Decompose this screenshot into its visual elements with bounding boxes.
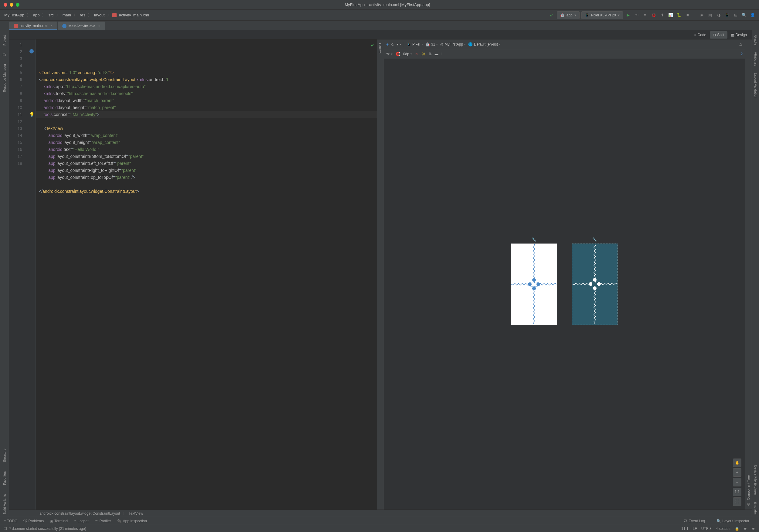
api-picker[interactable]: 🤖 31▾ (425, 42, 438, 47)
align-icon[interactable]: ▬ (435, 52, 438, 56)
sidebar-gradle[interactable]: Gradle (754, 33, 757, 47)
crumb[interactable]: res (79, 12, 87, 18)
class-marker-icon[interactable] (29, 49, 34, 54)
bottom-crumb-item[interactable]: androidx.constraintlayout.widget.Constra… (39, 512, 120, 515)
locale-picker[interactable]: 🌐 Default (en-us)▾ (468, 42, 500, 47)
apply-changes-icon[interactable]: ⟲ (633, 12, 640, 19)
status-icon[interactable]: ☐ (4, 526, 7, 531)
sidebar-emulator[interactable]: Emulator (754, 500, 757, 517)
pan-button[interactable]: ✋ (733, 459, 741, 467)
close-tab-icon[interactable]: × (50, 24, 53, 28)
device-manager-icon[interactable]: 📱 (724, 12, 731, 19)
zoom-in-button[interactable]: + (733, 468, 741, 477)
inspection-ok-icon[interactable]: ✔ (371, 42, 374, 49)
view-options-icon[interactable]: 👁▾ (386, 52, 392, 56)
view-mode-split[interactable]: ⊟ Split (710, 31, 727, 39)
crumb[interactable]: main (61, 12, 72, 18)
resource-manager-icon[interactable]: ◑ (715, 12, 722, 19)
user-icon[interactable]: 👤 (749, 12, 756, 19)
orientation-icon[interactable]: ◇ (391, 42, 394, 47)
infer-constraints-icon[interactable]: ✨ (421, 52, 426, 56)
coverage-icon[interactable]: ⬆ (659, 12, 665, 19)
component-tree-label: Component Tree (746, 475, 750, 500)
profiler-icon[interactable]: 📊 (667, 12, 674, 19)
design-surface-icon[interactable]: ◈ (386, 42, 389, 47)
layout-inspector-icon[interactable]: ⊞ (732, 12, 739, 19)
memory-icon[interactable]: ☻ (743, 526, 747, 531)
view-mode-design[interactable]: ▦ Design (728, 31, 750, 39)
sidebar-resource-manager[interactable]: Resource Manager (3, 61, 6, 95)
zoom-fit-button[interactable]: ⛶ (733, 497, 741, 506)
crumb[interactable]: layout (93, 12, 106, 18)
sidebar-attributes[interactable]: Attributes (754, 50, 757, 68)
zoom-11-button[interactable]: 1:1 (733, 488, 741, 496)
crumb[interactable]: activity_main.xml (118, 12, 150, 18)
design-surface[interactable]: 🔧 (384, 59, 745, 510)
night-mode-icon[interactable]: ●▾ (396, 42, 401, 47)
run-button[interactable]: ▶ (625, 12, 631, 19)
sidebar-structure[interactable]: Structure (3, 446, 6, 465)
warnings-icon[interactable]: ⚠ (739, 42, 742, 47)
pack-icon[interactable]: I (441, 52, 442, 56)
search-icon[interactable]: 🔍 (741, 12, 747, 19)
sdk-manager-icon[interactable]: ▤ (707, 12, 713, 19)
cursor-position[interactable]: 11:1 (681, 526, 688, 531)
status-bar: ☐ * daemon started successfully (21 minu… (0, 525, 759, 532)
guidelines-icon[interactable]: ⇅ (429, 52, 432, 56)
line-separator[interactable]: LF (693, 526, 697, 531)
run-config-selector[interactable]: 🤖app▾ (557, 11, 579, 19)
device-picker[interactable]: 📱 Pixel▾ (407, 42, 423, 47)
palette-strip[interactable]: Palette (377, 39, 383, 510)
tool-problems[interactable]: ⓘ Problems (23, 518, 44, 523)
debug-icon[interactable]: 🐞 (650, 12, 657, 19)
folder-icon[interactable]: 🗀 (2, 52, 7, 57)
tab-main-activity[interactable]: MainActivity.java × (58, 21, 105, 30)
tool-app-inspection[interactable]: 🔌 App Inspection (117, 519, 147, 523)
zoom-out-button[interactable]: − (733, 478, 741, 486)
tool-terminal[interactable]: ▣ Terminal (50, 519, 68, 523)
tool-profiler[interactable]: 〰 Profiler (95, 519, 111, 523)
avd-manager-icon[interactable]: ▣ (698, 12, 705, 19)
tab-activity-main[interactable]: activity_main.xml × (9, 21, 57, 30)
indent-settings[interactable]: 4 spaces (716, 526, 731, 531)
tool-logcat[interactable]: ≡ Logcat (74, 519, 89, 523)
theme-picker[interactable]: ◎ MyFirstApp▾ (440, 42, 466, 47)
sidebar-layout-validation[interactable]: Layout Validation (754, 71, 757, 100)
crumb[interactable]: src (47, 12, 55, 18)
bottom-crumb-item[interactable]: TextView (129, 512, 143, 515)
maximize-window[interactable] (16, 3, 20, 7)
tool-todo[interactable]: ≡ TODO (4, 519, 17, 523)
close-window[interactable] (4, 3, 7, 7)
close-tab-icon[interactable]: × (99, 24, 100, 28)
view-mode-code[interactable]: ≡ Code (691, 31, 709, 39)
tools-wrench-icon[interactable]: 🔧 (592, 237, 597, 242)
crumb[interactable]: app (32, 12, 41, 18)
magnet-icon[interactable]: 🧲 (396, 52, 400, 56)
readonly-icon[interactable]: 🔒 (735, 526, 739, 531)
device-selector[interactable]: 📱Pixel XL API 29▾ (581, 11, 623, 19)
sidebar-project[interactable]: Project (3, 33, 6, 48)
code-editor[interactable]: ✔ <?xml version="1.0" encoding="utf-8"?>… (36, 39, 377, 510)
ide-status-icon[interactable]: ☻ (751, 526, 755, 531)
collapse-icon[interactable]: ⊖ (747, 502, 750, 507)
apply-code-icon[interactable]: ≡ (642, 12, 649, 19)
tools-wrench-icon[interactable]: 🔧 (532, 237, 536, 242)
crumb[interactable]: MyFirstApp (3, 12, 25, 18)
sidebar-build-variants[interactable]: Build Variants (3, 492, 6, 517)
tool-layout-inspector[interactable]: 🔍 Layout Inspector (716, 519, 749, 523)
layout-preview-blueprint[interactable] (572, 244, 618, 325)
tool-event-log[interactable]: 🗨 Event Log (684, 519, 705, 523)
layout-preview-design[interactable] (511, 244, 557, 325)
component-tree-strip[interactable]: Component Tree ⊖ (745, 39, 752, 510)
sidebar-favorites[interactable]: Favorites (3, 469, 6, 487)
lightbulb-icon[interactable]: 💡 (29, 111, 34, 118)
sync-icon[interactable]: ↙ (548, 12, 555, 19)
stop-icon[interactable]: ■ (684, 12, 691, 19)
help-icon[interactable]: ? (740, 52, 742, 56)
sidebar-device-file-explorer[interactable]: Device File Explorer (754, 463, 757, 497)
minimize-window[interactable] (10, 3, 13, 7)
default-margin[interactable]: 0dp▾ (403, 52, 412, 56)
attach-debugger-icon[interactable]: 🐛 (676, 12, 683, 19)
file-encoding[interactable]: UTF-8 (701, 526, 712, 531)
clear-constraints-icon[interactable]: ✕ (415, 52, 418, 56)
